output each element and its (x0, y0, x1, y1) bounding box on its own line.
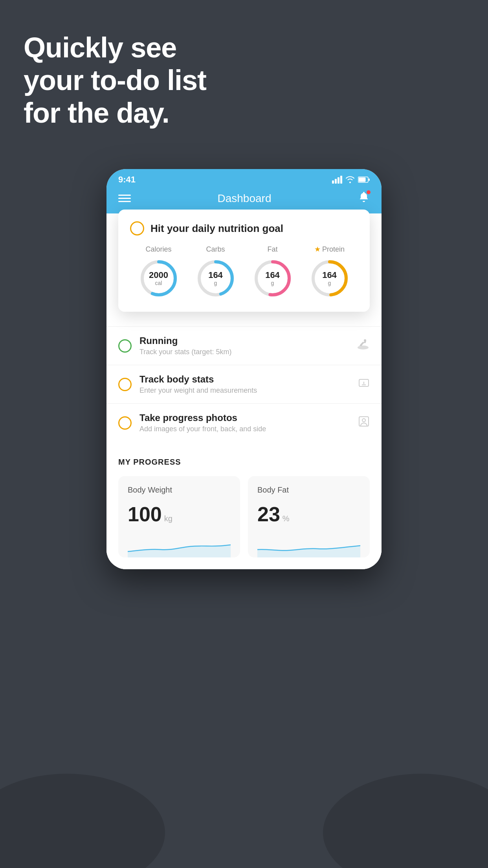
calories-donut: 2000 cal (137, 257, 180, 300)
body-weight-card: Body Weight 100 kg (118, 476, 240, 557)
body-fat-value: 23 (257, 502, 280, 526)
hero-line1: Quickly see (24, 31, 206, 64)
status-time: 9:41 (118, 175, 136, 185)
protein-label-row: ★ Protein (314, 245, 345, 254)
signal-icon (332, 176, 342, 184)
photos-title: Take progress photos (139, 412, 350, 423)
body-fat-card: Body Fat 23 % (248, 476, 370, 557)
hero-line2: your to-do list (24, 64, 206, 97)
stats-check-circle (118, 378, 132, 391)
nutrition-calories: Calories 2000 cal (137, 245, 180, 300)
svg-rect-1 (335, 179, 337, 184)
carbs-label: Carbs (206, 245, 225, 254)
todo-progress-photos[interactable]: Take progress photos Add images of your … (106, 403, 382, 442)
nutrition-card: Hit your daily nutrition goal Calories 2… (118, 210, 370, 312)
status-bar: 9:41 (106, 169, 382, 187)
nutrition-carbs: Carbs 164 g (194, 245, 237, 300)
todo-body-stats[interactable]: Track body stats Enter your weight and m… (106, 365, 382, 403)
svg-point-15 (358, 346, 369, 349)
running-text: Running Track your stats (target: 5km) (139, 335, 349, 356)
wifi-icon (345, 176, 355, 183)
progress-header: MY PROGRESS (118, 458, 370, 467)
fat-donut: 164 g (251, 257, 294, 300)
nutrition-protein: ★ Protein 164 g (308, 245, 351, 300)
hero-line3: for the day. (24, 97, 206, 129)
calories-label: Calories (145, 245, 171, 254)
body-fat-value-row: 23 % (257, 502, 360, 526)
hero-text: Quickly see your to-do list for the day. (24, 31, 206, 129)
svg-rect-3 (340, 176, 342, 184)
running-title: Running (139, 335, 349, 346)
card-title-row: Hit your daily nutrition goal (130, 221, 358, 235)
stats-title: Track body stats (139, 374, 350, 385)
nutrition-circles: Calories 2000 cal Carbs (130, 245, 358, 300)
body-weight-value: 100 (128, 502, 162, 526)
calories-unit: cal (149, 280, 168, 286)
svg-rect-0 (332, 180, 334, 184)
notification-bell[interactable] (358, 191, 370, 206)
carbs-value: 164 (208, 270, 223, 280)
protein-value: 164 (322, 270, 337, 280)
running-subtitle: Track your stats (target: 5km) (139, 348, 349, 356)
photos-subtitle: Add images of your front, back, and side (139, 425, 350, 433)
body-weight-chart (128, 534, 231, 557)
scale-icon (358, 377, 370, 392)
stats-subtitle: Enter your weight and measurements (139, 386, 350, 395)
person-icon (358, 416, 370, 430)
bg-decoration (0, 711, 488, 868)
body-weight-title: Body Weight (128, 485, 231, 495)
task-check-circle[interactable] (130, 221, 144, 235)
running-icon (356, 339, 370, 353)
calories-value: 2000 (149, 270, 168, 280)
notification-dot (367, 190, 371, 194)
battery-icon (358, 177, 370, 183)
card-title: Hit your daily nutrition goal (150, 223, 283, 235)
photos-text: Take progress photos Add images of your … (139, 412, 350, 433)
star-icon: ★ (314, 245, 321, 254)
running-check-circle (118, 339, 132, 353)
protein-donut: 164 g (308, 257, 351, 300)
body-fat-chart (257, 534, 360, 557)
hamburger-menu[interactable] (118, 195, 131, 202)
status-icons (332, 176, 370, 184)
phone-mockup: 9:41 D (106, 169, 382, 569)
carbs-donut: 164 g (194, 257, 237, 300)
todo-running[interactable]: Running Track your stats (target: 5km) (106, 326, 382, 365)
body-fat-unit: % (283, 514, 290, 523)
protein-unit: g (322, 280, 337, 286)
svg-rect-5 (359, 178, 366, 182)
fat-value: 164 (265, 270, 280, 280)
body-weight-unit: kg (164, 514, 172, 523)
progress-section: MY PROGRESS Body Weight 100 kg (106, 442, 382, 569)
carbs-unit: g (208, 280, 223, 286)
body-weight-value-row: 100 kg (128, 502, 231, 526)
svg-rect-6 (369, 178, 370, 181)
svg-rect-2 (338, 177, 339, 184)
svg-point-21 (362, 419, 365, 422)
protein-label: Protein (322, 245, 345, 254)
nutrition-fat: Fat 164 g (251, 245, 294, 300)
photos-check-circle (118, 416, 132, 430)
nav-title: Dashboard (218, 192, 272, 205)
body-fat-title: Body Fat (257, 485, 360, 495)
progress-cards: Body Weight 100 kg Body Fat (118, 476, 370, 557)
content-area: THINGS TO DO TODAY Hit your daily nutrit… (106, 213, 382, 569)
fat-label: Fat (267, 245, 277, 254)
fat-unit: g (265, 280, 280, 286)
stats-text: Track body stats Enter your weight and m… (139, 374, 350, 395)
svg-point-16 (364, 339, 366, 342)
